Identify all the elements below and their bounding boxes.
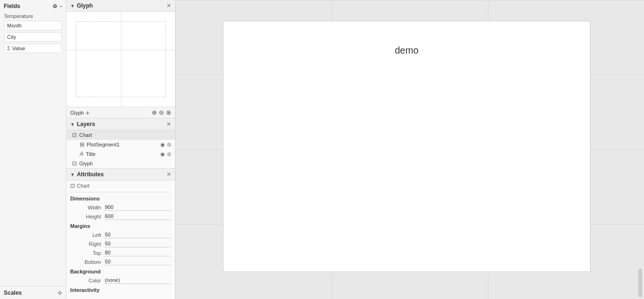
attr-background-label: Background — [66, 266, 175, 276]
main-canvas[interactable]: demo — [175, 0, 644, 299]
attr-top-row: Top 80 — [66, 248, 175, 257]
attributes-breadcrumb: ⊡ Chart — [66, 181, 175, 191]
attr-margins-label: Margins — [66, 221, 175, 230]
attr-color-label: Color — [78, 278, 104, 283]
glyph-section: ▼ Glyph ✕ Glyph + ⊕ ⊖ ⊗ — [66, 0, 175, 118]
scales-pin-icon[interactable] — [57, 290, 62, 296]
attr-dimensions-label: Dimensions — [66, 193, 175, 203]
attributes-pin-icon[interactable]: ✕ — [166, 171, 171, 178]
field-city[interactable]: City — [4, 32, 62, 42]
more-icon[interactable] — [59, 3, 62, 9]
layer-glyph-icon: ⊡ — [72, 160, 77, 167]
attr-top-label: Top — [78, 250, 104, 256]
add-glyph-button[interactable]: + — [86, 109, 90, 116]
attr-chart-label: Chart — [77, 183, 90, 189]
title-eye-icon[interactable]: ◉ — [160, 151, 165, 157]
layers-section: ▼ Layers ✕ ⊡ Chart ⊞ PlotSegment1 ◉ ⊘ — [66, 118, 175, 169]
fields-header: Fields — [0, 0, 66, 11]
layer-title-icon: A — [80, 151, 83, 157]
attributes-collapse-arrow[interactable]: ▼ — [70, 172, 75, 177]
title-delete-icon[interactable]: ⊘ — [167, 151, 171, 157]
plotsegment-eye-icon[interactable]: ◉ — [160, 142, 165, 148]
attr-width-label: Width — [78, 205, 104, 210]
attributes-section-header: ▼ Attributes ✕ — [66, 169, 175, 181]
layer-chart-label: Chart — [79, 132, 92, 138]
scales-section: Scales — [0, 286, 66, 299]
glyph-pin-icon[interactable]: ✕ — [166, 2, 171, 9]
glyph-section-header: ▼ Glyph ✕ — [66, 0, 175, 12]
glyph-canvas-inner — [76, 21, 166, 97]
chart-frame: demo — [223, 21, 590, 272]
plotsegment-delete-icon[interactable]: ⊘ — [167, 142, 171, 148]
attr-divider-1 — [70, 192, 171, 192]
glyph-header-left: ▼ Glyph — [70, 2, 93, 9]
attr-height-value[interactable]: 600 — [104, 213, 171, 220]
attr-color-value[interactable]: (none) — [104, 277, 171, 284]
layer-item-glyph[interactable]: ⊡ Glyph — [66, 159, 175, 168]
zoom-fit-icon[interactable]: ⊗ — [166, 109, 171, 116]
glyph-title: Glyph — [77, 2, 93, 9]
attr-bottom-value[interactable]: 50 — [104, 258, 171, 265]
attr-left-value[interactable]: 50 — [104, 231, 171, 238]
attr-chart-icon: ⊡ — [70, 182, 75, 189]
glyph-toolbar-label: Glyph — [70, 110, 84, 116]
attr-color-row: Color (none) — [66, 276, 175, 285]
attr-height-row: Height 600 — [66, 212, 175, 221]
attributes-section: ▼ Attributes ✕ ⊡ Chart Dimensions Width … — [66, 169, 175, 299]
field-month[interactable]: Month — [4, 21, 62, 30]
layers-pin-icon[interactable]: ✕ — [166, 121, 171, 127]
layer-chart-left: ⊡ Chart — [72, 132, 92, 138]
attr-width-row: Width 900 — [66, 203, 175, 212]
glyph-collapse-arrow[interactable]: ▼ — [70, 3, 75, 9]
middle-panel: ▼ Glyph ✕ Glyph + ⊕ ⊖ ⊗ ▼ Layers — [66, 0, 175, 299]
glyph-toolbar-left: Glyph + — [70, 109, 90, 116]
layer-title-actions: ◉ ⊘ — [160, 151, 171, 157]
layers-title: Layers — [77, 121, 95, 127]
attr-right-label: Right — [78, 241, 104, 247]
field-value[interactable]: Value — [4, 44, 62, 53]
fields-panel: Fields Temperature Month City Value Scal… — [0, 0, 66, 299]
layer-plotsegment-actions: ◉ ⊘ — [160, 142, 171, 148]
layer-plotsegment-label: PlotSegment1 — [87, 142, 120, 147]
attr-bottom-label: Bottom — [78, 259, 104, 265]
layer-glyph-label: Glyph — [79, 161, 93, 166]
layer-title-left: A Title — [80, 151, 95, 157]
fields-title: Fields — [4, 3, 20, 9]
attr-top-value[interactable]: 80 — [104, 249, 171, 256]
attr-left-label: Left — [78, 232, 104, 238]
layer-plotsegment-icon: ⊞ — [80, 141, 84, 148]
layer-title-label: Title — [86, 151, 95, 157]
attributes-header-left: ▼ Attributes — [70, 171, 104, 178]
layer-chart-icon: ⊡ — [72, 132, 77, 138]
layer-glyph-left: ⊡ Glyph — [72, 160, 93, 167]
field-group-temperature: Temperature — [0, 11, 66, 20]
layer-item-plotsegment[interactable]: ⊞ PlotSegment1 ◉ ⊘ — [66, 140, 175, 149]
attr-right-row: Right 50 — [66, 239, 175, 248]
attributes-title: Attributes — [77, 171, 104, 178]
glyph-canvas — [66, 12, 175, 107]
layers-section-header: ▼ Layers ✕ — [66, 118, 175, 130]
chart-demo-text: demo — [223, 45, 590, 56]
fields-toolbar — [53, 3, 62, 9]
zoom-in-icon[interactable]: ⊕ — [152, 109, 157, 116]
layer-item-title[interactable]: A Title ◉ ⊘ — [66, 149, 175, 159]
settings-icon[interactable] — [53, 3, 57, 9]
layers-header-left: ▼ Layers — [70, 121, 95, 127]
zoom-controls: ⊕ ⊖ ⊗ — [152, 109, 171, 116]
zoom-out-icon[interactable]: ⊖ — [159, 109, 164, 116]
scales-title: Scales — [4, 290, 22, 296]
layer-plotsegment-left: ⊞ PlotSegment1 — [80, 141, 120, 148]
layers-collapse-arrow[interactable]: ▼ — [70, 122, 75, 127]
layer-item-chart[interactable]: ⊡ Chart — [66, 130, 175, 140]
glyph-toolbar: Glyph + ⊕ ⊖ ⊗ — [66, 107, 175, 118]
scroll-indicator — [638, 269, 642, 297]
attr-right-value[interactable]: 50 — [104, 240, 171, 247]
attr-interactivity-label: Interactivity — [66, 285, 175, 294]
attr-left-row: Left 50 — [66, 230, 175, 239]
attr-height-label: Height — [78, 214, 104, 219]
attr-width-value[interactable]: 900 — [104, 204, 171, 211]
attr-bottom-row: Bottom 50 — [66, 257, 175, 266]
